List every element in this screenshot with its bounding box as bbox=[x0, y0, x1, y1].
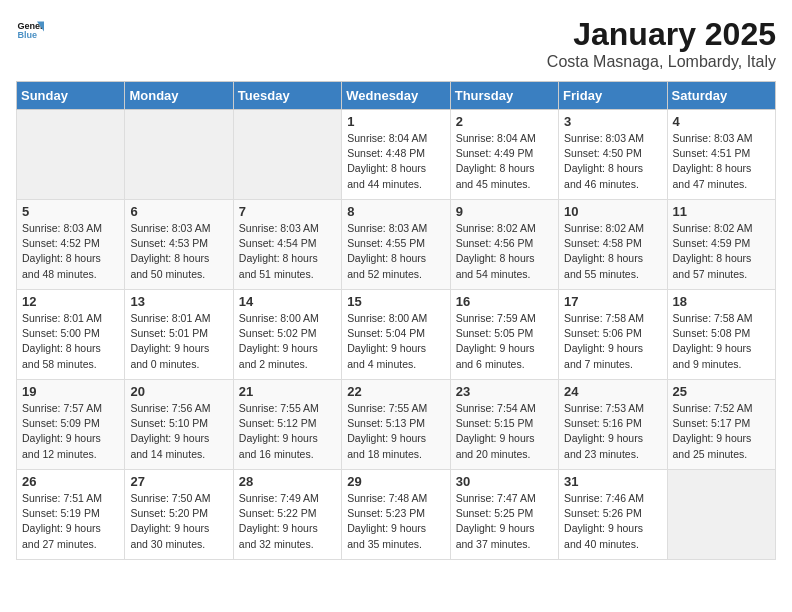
calendar-cell: 23Sunrise: 7:54 AM Sunset: 5:15 PM Dayli… bbox=[450, 380, 558, 470]
day-info: Sunrise: 7:53 AM Sunset: 5:16 PM Dayligh… bbox=[564, 401, 661, 462]
day-number: 19 bbox=[22, 384, 119, 399]
calendar-cell: 17Sunrise: 7:58 AM Sunset: 5:06 PM Dayli… bbox=[559, 290, 667, 380]
calendar-cell: 18Sunrise: 7:58 AM Sunset: 5:08 PM Dayli… bbox=[667, 290, 775, 380]
day-info: Sunrise: 8:03 AM Sunset: 4:54 PM Dayligh… bbox=[239, 221, 336, 282]
day-number: 5 bbox=[22, 204, 119, 219]
calendar-header: SundayMondayTuesdayWednesdayThursdayFrid… bbox=[17, 82, 776, 110]
logo-icon: General Blue bbox=[16, 16, 44, 44]
day-info: Sunrise: 7:58 AM Sunset: 5:08 PM Dayligh… bbox=[673, 311, 770, 372]
calendar-cell: 10Sunrise: 8:02 AM Sunset: 4:58 PM Dayli… bbox=[559, 200, 667, 290]
calendar-cell: 3Sunrise: 8:03 AM Sunset: 4:50 PM Daylig… bbox=[559, 110, 667, 200]
day-number: 7 bbox=[239, 204, 336, 219]
day-info: Sunrise: 8:03 AM Sunset: 4:50 PM Dayligh… bbox=[564, 131, 661, 192]
day-info: Sunrise: 7:55 AM Sunset: 5:12 PM Dayligh… bbox=[239, 401, 336, 462]
day-info: Sunrise: 7:51 AM Sunset: 5:19 PM Dayligh… bbox=[22, 491, 119, 552]
day-number: 8 bbox=[347, 204, 444, 219]
day-info: Sunrise: 7:47 AM Sunset: 5:25 PM Dayligh… bbox=[456, 491, 553, 552]
day-number: 23 bbox=[456, 384, 553, 399]
calendar-title: January 2025 bbox=[547, 16, 776, 53]
calendar-cell: 2Sunrise: 8:04 AM Sunset: 4:49 PM Daylig… bbox=[450, 110, 558, 200]
calendar-week-3: 12Sunrise: 8:01 AM Sunset: 5:00 PM Dayli… bbox=[17, 290, 776, 380]
calendar-cell bbox=[125, 110, 233, 200]
day-number: 24 bbox=[564, 384, 661, 399]
day-info: Sunrise: 8:00 AM Sunset: 5:04 PM Dayligh… bbox=[347, 311, 444, 372]
day-info: Sunrise: 8:02 AM Sunset: 4:58 PM Dayligh… bbox=[564, 221, 661, 282]
day-info: Sunrise: 7:50 AM Sunset: 5:20 PM Dayligh… bbox=[130, 491, 227, 552]
calendar-cell bbox=[233, 110, 341, 200]
header-cell-sunday: Sunday bbox=[17, 82, 125, 110]
day-number: 30 bbox=[456, 474, 553, 489]
calendar-cell: 13Sunrise: 8:01 AM Sunset: 5:01 PM Dayli… bbox=[125, 290, 233, 380]
header-cell-saturday: Saturday bbox=[667, 82, 775, 110]
calendar-cell: 11Sunrise: 8:02 AM Sunset: 4:59 PM Dayli… bbox=[667, 200, 775, 290]
day-number: 17 bbox=[564, 294, 661, 309]
day-number: 27 bbox=[130, 474, 227, 489]
calendar-cell: 29Sunrise: 7:48 AM Sunset: 5:23 PM Dayli… bbox=[342, 470, 450, 560]
day-info: Sunrise: 8:02 AM Sunset: 4:59 PM Dayligh… bbox=[673, 221, 770, 282]
calendar-cell: 20Sunrise: 7:56 AM Sunset: 5:10 PM Dayli… bbox=[125, 380, 233, 470]
day-number: 20 bbox=[130, 384, 227, 399]
day-info: Sunrise: 7:56 AM Sunset: 5:10 PM Dayligh… bbox=[130, 401, 227, 462]
calendar-week-2: 5Sunrise: 8:03 AM Sunset: 4:52 PM Daylig… bbox=[17, 200, 776, 290]
day-number: 9 bbox=[456, 204, 553, 219]
calendar-week-4: 19Sunrise: 7:57 AM Sunset: 5:09 PM Dayli… bbox=[17, 380, 776, 470]
day-number: 22 bbox=[347, 384, 444, 399]
day-number: 12 bbox=[22, 294, 119, 309]
day-info: Sunrise: 8:03 AM Sunset: 4:51 PM Dayligh… bbox=[673, 131, 770, 192]
day-info: Sunrise: 8:04 AM Sunset: 4:48 PM Dayligh… bbox=[347, 131, 444, 192]
calendar-cell: 16Sunrise: 7:59 AM Sunset: 5:05 PM Dayli… bbox=[450, 290, 558, 380]
day-number: 13 bbox=[130, 294, 227, 309]
header-cell-tuesday: Tuesday bbox=[233, 82, 341, 110]
calendar-cell: 14Sunrise: 8:00 AM Sunset: 5:02 PM Dayli… bbox=[233, 290, 341, 380]
calendar-week-1: 1Sunrise: 8:04 AM Sunset: 4:48 PM Daylig… bbox=[17, 110, 776, 200]
day-info: Sunrise: 8:01 AM Sunset: 5:01 PM Dayligh… bbox=[130, 311, 227, 372]
day-info: Sunrise: 8:03 AM Sunset: 4:52 PM Dayligh… bbox=[22, 221, 119, 282]
day-info: Sunrise: 8:03 AM Sunset: 4:55 PM Dayligh… bbox=[347, 221, 444, 282]
calendar-body: 1Sunrise: 8:04 AM Sunset: 4:48 PM Daylig… bbox=[17, 110, 776, 560]
header-cell-wednesday: Wednesday bbox=[342, 82, 450, 110]
calendar-cell: 1Sunrise: 8:04 AM Sunset: 4:48 PM Daylig… bbox=[342, 110, 450, 200]
calendar-cell: 4Sunrise: 8:03 AM Sunset: 4:51 PM Daylig… bbox=[667, 110, 775, 200]
page-header: General Blue January 2025 Costa Masnaga,… bbox=[16, 16, 776, 71]
calendar-table: SundayMondayTuesdayWednesdayThursdayFrid… bbox=[16, 81, 776, 560]
day-number: 21 bbox=[239, 384, 336, 399]
day-info: Sunrise: 7:52 AM Sunset: 5:17 PM Dayligh… bbox=[673, 401, 770, 462]
day-info: Sunrise: 7:57 AM Sunset: 5:09 PM Dayligh… bbox=[22, 401, 119, 462]
day-number: 28 bbox=[239, 474, 336, 489]
calendar-cell: 25Sunrise: 7:52 AM Sunset: 5:17 PM Dayli… bbox=[667, 380, 775, 470]
calendar-cell: 9Sunrise: 8:02 AM Sunset: 4:56 PM Daylig… bbox=[450, 200, 558, 290]
calendar-cell: 24Sunrise: 7:53 AM Sunset: 5:16 PM Dayli… bbox=[559, 380, 667, 470]
logo: General Blue bbox=[16, 16, 44, 44]
calendar-cell: 7Sunrise: 8:03 AM Sunset: 4:54 PM Daylig… bbox=[233, 200, 341, 290]
day-number: 25 bbox=[673, 384, 770, 399]
calendar-cell: 5Sunrise: 8:03 AM Sunset: 4:52 PM Daylig… bbox=[17, 200, 125, 290]
day-info: Sunrise: 7:59 AM Sunset: 5:05 PM Dayligh… bbox=[456, 311, 553, 372]
day-number: 6 bbox=[130, 204, 227, 219]
day-info: Sunrise: 7:54 AM Sunset: 5:15 PM Dayligh… bbox=[456, 401, 553, 462]
day-number: 11 bbox=[673, 204, 770, 219]
calendar-cell: 8Sunrise: 8:03 AM Sunset: 4:55 PM Daylig… bbox=[342, 200, 450, 290]
header-cell-thursday: Thursday bbox=[450, 82, 558, 110]
day-number: 16 bbox=[456, 294, 553, 309]
calendar-cell: 22Sunrise: 7:55 AM Sunset: 5:13 PM Dayli… bbox=[342, 380, 450, 470]
calendar-cell: 28Sunrise: 7:49 AM Sunset: 5:22 PM Dayli… bbox=[233, 470, 341, 560]
day-info: Sunrise: 7:49 AM Sunset: 5:22 PM Dayligh… bbox=[239, 491, 336, 552]
day-number: 15 bbox=[347, 294, 444, 309]
day-number: 1 bbox=[347, 114, 444, 129]
day-info: Sunrise: 8:01 AM Sunset: 5:00 PM Dayligh… bbox=[22, 311, 119, 372]
calendar-cell: 27Sunrise: 7:50 AM Sunset: 5:20 PM Dayli… bbox=[125, 470, 233, 560]
title-area: January 2025 Costa Masnaga, Lombardy, It… bbox=[547, 16, 776, 71]
day-number: 10 bbox=[564, 204, 661, 219]
calendar-cell: 26Sunrise: 7:51 AM Sunset: 5:19 PM Dayli… bbox=[17, 470, 125, 560]
day-info: Sunrise: 8:04 AM Sunset: 4:49 PM Dayligh… bbox=[456, 131, 553, 192]
calendar-cell: 6Sunrise: 8:03 AM Sunset: 4:53 PM Daylig… bbox=[125, 200, 233, 290]
calendar-week-5: 26Sunrise: 7:51 AM Sunset: 5:19 PM Dayli… bbox=[17, 470, 776, 560]
day-info: Sunrise: 7:48 AM Sunset: 5:23 PM Dayligh… bbox=[347, 491, 444, 552]
day-number: 4 bbox=[673, 114, 770, 129]
calendar-subtitle: Costa Masnaga, Lombardy, Italy bbox=[547, 53, 776, 71]
header-cell-monday: Monday bbox=[125, 82, 233, 110]
day-info: Sunrise: 8:02 AM Sunset: 4:56 PM Dayligh… bbox=[456, 221, 553, 282]
svg-text:Blue: Blue bbox=[17, 30, 37, 40]
day-number: 3 bbox=[564, 114, 661, 129]
header-cell-friday: Friday bbox=[559, 82, 667, 110]
